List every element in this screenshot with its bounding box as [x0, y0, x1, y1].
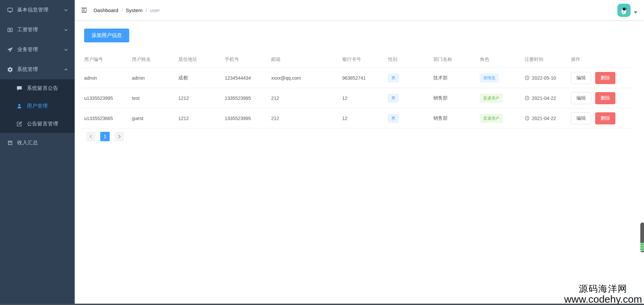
cell-bank-card: 963852741 [339, 68, 385, 88]
breadcrumb-separator: / [121, 7, 122, 13]
col-header-user-id: 用户编号 [81, 51, 129, 68]
role-badge: 普通用户 [480, 114, 503, 123]
sidebar: 基本信息管理 工资管理 业务管理 [0, 0, 75, 305]
paper-plane-icon [7, 47, 13, 53]
gender-badge: 男 [388, 114, 399, 123]
sidebar-item-system-notice[interactable]: 系统留言公告 [0, 79, 75, 97]
col-header-email: 邮箱 [268, 51, 339, 68]
col-header-bank-card: 银行卡号 [339, 51, 385, 68]
chevron-down-icon [64, 8, 68, 12]
cell-address: 成都 [175, 68, 221, 88]
col-header-actions: 操作 [568, 51, 633, 68]
cell-phone: 1335523995 [221, 88, 268, 108]
role-badge: 普通用户 [480, 94, 503, 103]
breadcrumb-item-system[interactable]: System [126, 7, 143, 13]
delete-button[interactable]: 删除 [595, 72, 615, 84]
cell-name: guest [129, 108, 175, 128]
chevron-down-icon [64, 28, 68, 32]
sidebar-item-label: 用户管理 [27, 103, 68, 109]
cell-department: 销售部 [430, 108, 476, 128]
navbar-right [617, 4, 637, 17]
pagination: 1 [86, 132, 644, 141]
cell-name: test [129, 88, 175, 108]
sidebar-item-label: 收入汇总 [17, 140, 68, 146]
hamburger-icon[interactable] [81, 6, 88, 14]
chevron-up-icon [64, 68, 68, 72]
edit-button[interactable]: 编辑 [571, 92, 591, 104]
sidebar-item-label: 基本信息管理 [17, 7, 64, 13]
cell-address: 1212 [175, 108, 221, 128]
main-area: Dashboard / System / user 添加用户信息 [75, 0, 644, 305]
prev-page-button[interactable] [86, 132, 96, 141]
sidebar-item-salary[interactable]: 工资管理 [0, 20, 75, 40]
col-header-phone: 手机号 [221, 51, 268, 68]
sidebar-item-label: 系统管理 [17, 66, 64, 73]
col-header-role: 角色 [476, 51, 521, 68]
horizontal-scrollbar[interactable] [0, 304, 644, 305]
sidebar-item-business[interactable]: 业务管理 [0, 40, 75, 60]
watermark-line2: www.codehy.com [564, 294, 642, 305]
sidebar-menu: 基本信息管理 工资管理 业务管理 [0, 0, 75, 153]
sidebar-item-system[interactable]: 系统管理 [0, 60, 75, 79]
watermark-line1: 源码海洋网 [564, 284, 642, 294]
cell-register-time: 2021-04-22 [525, 116, 564, 121]
edit-button[interactable]: 编辑 [571, 72, 591, 84]
sidebar-item-user-management[interactable]: 用户管理 [0, 97, 75, 115]
cell-phone: 1335523995 [221, 108, 268, 128]
archive-icon [7, 140, 13, 146]
cell-email: 212 [268, 88, 339, 108]
breadcrumb-item-dashboard[interactable]: Dashboard [94, 7, 118, 13]
sidebar-item-label: 公告留言管理 [27, 121, 68, 127]
message-icon [16, 85, 22, 91]
clock-icon [525, 116, 530, 121]
app-root: 基本信息管理 工资管理 业务管理 [0, 0, 644, 305]
top-navbar: Dashboard / System / user [75, 0, 644, 21]
floating-scrollbar[interactable] [640, 223, 644, 252]
role-badge: 管理员 [480, 74, 499, 82]
sidebar-item-label: 业务管理 [17, 46, 64, 53]
content-area: 添加用户信息 用户编号 用户姓名 居住地址 手机号 邮箱 银行卡号 性别 [75, 21, 644, 305]
breadcrumb-separator: / [146, 7, 147, 13]
breadcrumb-item-user: user [150, 7, 160, 13]
chevron-down-icon [64, 48, 68, 52]
page-number-button[interactable]: 1 [100, 132, 110, 141]
col-header-name: 用户姓名 [129, 51, 175, 68]
col-header-register-time: 注册时间 [521, 51, 568, 68]
cell-user-id: u1335523665 [81, 108, 129, 128]
sidebar-item-notice-management[interactable]: 公告留言管理 [0, 115, 75, 133]
user-avatar[interactable] [617, 4, 631, 17]
cell-register-time: 2022-05-10 [525, 75, 564, 81]
cell-bank-card: 12 [339, 88, 385, 108]
cell-register-time: 2021-04-22 [525, 96, 564, 101]
clock-icon [525, 75, 530, 80]
delete-button[interactable]: 删除 [595, 92, 615, 104]
next-page-button[interactable] [114, 132, 124, 141]
monitor-icon [7, 7, 13, 13]
col-header-department: 部门名称 [430, 51, 476, 68]
col-header-gender: 性别 [385, 51, 430, 68]
cell-department: 技术部 [430, 68, 476, 88]
cell-address: 1212 [175, 88, 221, 108]
clock-icon [525, 96, 530, 101]
scrollbar-grip [640, 242, 644, 251]
chevron-left-icon [90, 135, 93, 138]
add-user-button[interactable]: 添加用户信息 [84, 29, 129, 42]
edit-button[interactable]: 编辑 [571, 112, 591, 124]
table-header-row: 用户编号 用户姓名 居住地址 手机号 邮箱 银行卡号 性别 部门名称 角色 注册… [81, 51, 633, 68]
cell-user-id: u1335523995 [81, 88, 129, 108]
sidebar-item-basic-info[interactable]: 基本信息管理 [0, 0, 75, 20]
user-table: 用户编号 用户姓名 居住地址 手机号 邮箱 银行卡号 性别 部门名称 角色 注册… [81, 51, 633, 128]
breadcrumb: Dashboard / System / user [94, 7, 160, 13]
cell-department: 销售部 [430, 88, 476, 108]
cell-user-id: admin [81, 68, 129, 88]
delete-button[interactable]: 删除 [595, 112, 615, 124]
cell-email: 212 [268, 108, 339, 128]
sidebar-submenu-system: 系统留言公告 用户管理 公告留言管理 [0, 79, 75, 133]
table-row: admin admin 成都 1234544434 xxxx@qq.com 96… [81, 68, 633, 88]
gender-badge: 男 [388, 94, 399, 103]
table-row: u1335523995 test 1212 1335523995 212 12 … [81, 88, 633, 108]
caret-down-icon[interactable] [634, 11, 637, 13]
col-header-address: 居住地址 [175, 51, 221, 68]
sidebar-item-income-summary[interactable]: 收入汇总 [0, 133, 75, 153]
cell-name: admin [129, 68, 175, 88]
